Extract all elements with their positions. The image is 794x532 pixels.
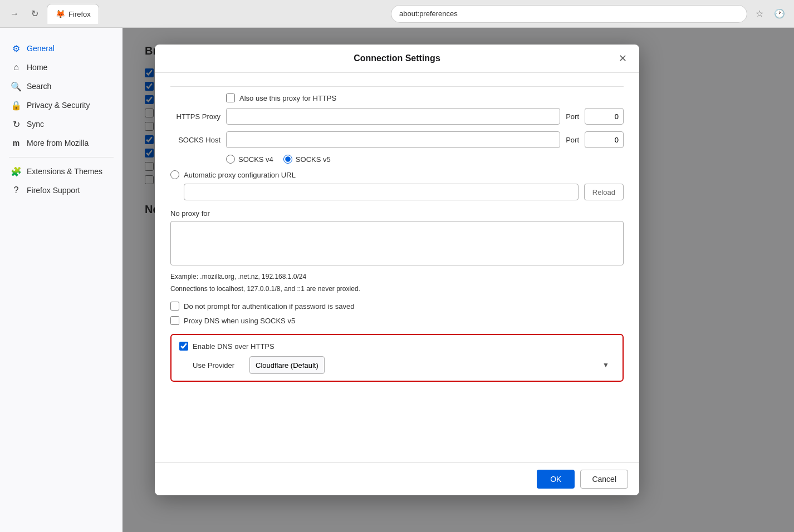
provider-row: Use Provider Cloudflare (Default) NextDN… <box>179 356 615 374</box>
support-icon: ? <box>11 185 21 195</box>
sidebar-item-label-general: General <box>27 44 55 53</box>
searchtext-checkbox[interactable] <box>145 122 154 131</box>
sidebar-item-search[interactable]: 🔍 Search <box>0 77 122 96</box>
pip-checkbox[interactable] <box>145 135 154 144</box>
https-port-label: Port <box>566 112 579 121</box>
sidebar-item-label-extensions: Extensions & Themes <box>27 167 102 176</box>
no-auth-prompt-checkbox[interactable] <box>170 302 179 311</box>
enable-dns-https-checkbox[interactable] <box>179 342 188 351</box>
sidebar-item-support[interactable]: ? Firefox Support <box>0 181 122 200</box>
reload-button[interactable]: ↻ <box>27 6 42 22</box>
sidebar: ⚙ General ⌂ Home 🔍 Search 🔒 Privacy & Se… <box>0 28 122 532</box>
browser-chrome: → ↻ 🦊 Firefox about:preferences ☆ 🕐 <box>0 0 794 28</box>
active-tab[interactable]: 🦊 Firefox <box>47 4 99 24</box>
proxy-dns-checkbox[interactable] <box>170 316 179 325</box>
https-port-input[interactable] <box>585 108 624 125</box>
socks-host-input[interactable] <box>226 131 560 148</box>
page-background: ⚙ General ⌂ Home 🔍 Search 🔒 Privacy & Se… <box>0 28 794 532</box>
smooth-checkbox[interactable] <box>145 82 154 91</box>
autoscroll-checkbox[interactable] <box>145 68 154 77</box>
cancel-button[interactable]: Cancel <box>580 470 628 489</box>
sidebar-item-more[interactable]: m More from Mozilla <box>0 134 122 152</box>
reload-button-proxy[interactable]: Reload <box>584 184 624 200</box>
auto-proxy-url-input[interactable] <box>184 184 579 200</box>
sync-icon: ↻ <box>11 119 21 129</box>
dialog-footer: OK Cancel <box>155 462 639 495</box>
tab-area: 🦊 Firefox <box>47 0 386 27</box>
sidebar-item-general[interactable]: ⚙ General <box>0 39 122 58</box>
socks-v5-radio[interactable] <box>283 155 292 164</box>
auto-proxy-radio[interactable] <box>170 170 179 179</box>
sidebar-item-label-sync: Sync <box>27 120 44 129</box>
toolbar-icons: ☆ 🕐 <box>752 6 787 22</box>
extensions-icon: 🧩 <box>11 166 21 176</box>
proxy-dns-label: Proxy DNS when using SOCKS v5 <box>184 317 295 325</box>
also-use-https-label: Also use this proxy for HTTPS <box>239 94 336 102</box>
recommend-feat-checkbox[interactable] <box>145 175 154 184</box>
socks-version-row: SOCKS v4 SOCKS v5 <box>170 155 624 164</box>
enable-dns-https-label: Enable DNS over HTTPS <box>193 342 275 351</box>
no-proxy-label: No proxy for <box>170 209 624 218</box>
https-proxy-input[interactable] <box>226 108 560 125</box>
mozilla-icon: m <box>11 138 21 148</box>
firefox-favicon: 🦊 <box>55 9 65 19</box>
recommend-ext-checkbox[interactable] <box>145 162 154 171</box>
dialog-title: Connection Settings <box>354 53 440 63</box>
address-text: about:preferences <box>399 9 458 18</box>
sidebar-item-sync[interactable]: ↻ Sync <box>0 115 122 134</box>
sidebar-item-label-support: Firefox Support <box>27 186 80 195</box>
top-separator <box>170 86 624 87</box>
lock-icon: 🔒 <box>11 100 21 110</box>
bookmark-icon[interactable]: ☆ <box>752 6 767 22</box>
always-checkbox[interactable] <box>145 109 154 117</box>
socks-v5-option[interactable]: SOCKS v5 <box>283 155 331 164</box>
socks-v4-option[interactable]: SOCKS v4 <box>226 155 273 164</box>
auto-proxy-input-row: Reload <box>170 184 624 200</box>
help-text-2: Connections to localhost, 127.0.0.1/8, a… <box>170 284 624 294</box>
https-proxy-row: HTTPS Proxy Port <box>170 108 624 125</box>
media-checkbox[interactable] <box>145 149 154 157</box>
sidebar-item-label-home: Home <box>27 63 47 72</box>
touch-checkbox[interactable] <box>145 95 154 104</box>
sidebar-item-label-search: Search <box>27 82 51 91</box>
help-text-1: Example: .mozilla.org, .net.nz, 192.168.… <box>170 272 624 282</box>
tab-label: Firefox <box>68 10 91 18</box>
https-proxy-label: HTTPS Proxy <box>170 112 220 121</box>
provider-select-wrapper: Cloudflare (Default) NextDNS Custom ▼ <box>249 356 615 374</box>
sidebar-item-privacy[interactable]: 🔒 Privacy & Security <box>0 96 122 115</box>
socks-v5-label: SOCKS v5 <box>296 155 331 164</box>
auto-proxy-url-row: Automatic proxy configuration URL <box>170 170 624 179</box>
also-use-https-checkbox[interactable] <box>226 93 235 102</box>
enable-dns-https-row: Enable DNS over HTTPS <box>179 342 615 351</box>
home-icon: ⌂ <box>11 62 21 72</box>
no-auth-prompt-label: Do not prompt for authentication if pass… <box>184 302 354 311</box>
no-proxy-textarea[interactable] <box>170 221 624 265</box>
sidebar-item-label-privacy: Privacy & Security <box>27 101 90 110</box>
socks-port-input[interactable] <box>585 131 624 148</box>
sidebar-divider <box>9 157 114 157</box>
auto-proxy-label: Automatic proxy configuration URL <box>184 171 296 179</box>
no-auth-prompt-row: Do not prompt for authentication if pass… <box>170 302 624 311</box>
dialog-header: Connection Settings ✕ <box>155 45 639 73</box>
clock-icon[interactable]: 🕐 <box>772 6 787 22</box>
also-use-https-row: Also use this proxy for HTTPS <box>170 93 624 102</box>
search-icon: 🔍 <box>11 81 21 91</box>
dialog-body[interactable]: Also use this proxy for HTTPS HTTPS Prox… <box>155 73 639 462</box>
sidebar-item-label-more: More from Mozilla <box>27 139 89 147</box>
use-provider-label: Use Provider <box>193 361 243 370</box>
connection-settings-dialog: Connection Settings ✕ Also use this prox… <box>155 45 639 495</box>
proxy-dns-row: Proxy DNS when using SOCKS v5 <box>170 316 624 325</box>
sidebar-item-home[interactable]: ⌂ Home <box>0 58 122 77</box>
sidebar-item-extensions[interactable]: 🧩 Extensions & Themes <box>0 162 122 181</box>
provider-select[interactable]: Cloudflare (Default) NextDNS Custom <box>249 356 325 374</box>
dialog-close-button[interactable]: ✕ <box>615 51 630 66</box>
socks-host-label: SOCKS Host <box>170 136 220 144</box>
ok-button[interactable]: OK <box>537 470 575 489</box>
dns-https-section: Enable DNS over HTTPS Use Provider Cloud… <box>170 334 624 382</box>
back-button[interactable]: → <box>7 6 22 22</box>
gear-icon: ⚙ <box>11 43 21 53</box>
socks-v4-radio[interactable] <box>226 155 235 164</box>
address-bar[interactable]: about:preferences <box>391 5 747 23</box>
chevron-down-icon: ▼ <box>602 361 609 369</box>
socks-host-row: SOCKS Host Port <box>170 131 624 148</box>
